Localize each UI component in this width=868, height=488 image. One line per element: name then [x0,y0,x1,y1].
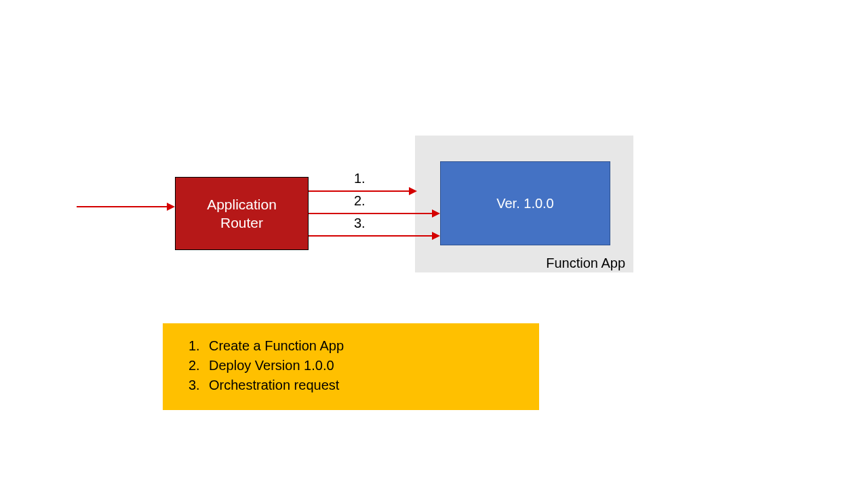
legend-text-2: Deploy Version 1.0.0 [209,358,334,373]
arrow-3 [309,231,440,241]
legend-text-1: Create a Function App [209,338,344,354]
svg-marker-3 [409,187,417,195]
legend-num-2: 2. [189,358,209,373]
legend-num-1: 1. [189,338,209,354]
arrow-2 [309,209,440,218]
diagram-canvas: Application Router Function App Ver. 1.0… [0,0,868,488]
svg-marker-5 [432,209,440,218]
svg-marker-7 [432,232,440,240]
legend-box: 1. Create a Function App 2. Deploy Versi… [163,323,539,410]
version-label: Ver. 1.0.0 [496,196,554,211]
legend-item-2: 2. Deploy Version 1.0.0 [189,358,539,373]
svg-marker-1 [167,203,175,211]
legend-item-3: 3. Orchestration request [189,378,539,393]
application-router-box: Application Router [175,177,309,250]
function-app-label: Function App [415,256,633,271]
arrow-incoming [77,202,175,211]
legend-text-3: Orchestration request [209,378,339,393]
version-box: Ver. 1.0.0 [440,161,610,245]
legend-item-1: 1. Create a Function App [189,338,539,354]
legend-num-3: 3. [189,378,209,393]
router-title-line1: Application [207,195,277,214]
arrow-3-label: 3. [354,216,366,231]
arrow-1-label: 1. [354,171,366,186]
arrow-2-label: 2. [354,193,366,209]
router-title-line2: Router [220,214,263,232]
